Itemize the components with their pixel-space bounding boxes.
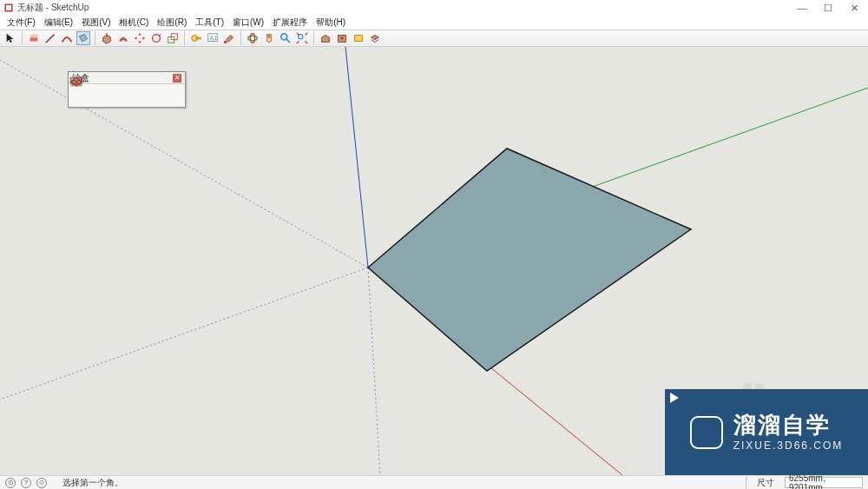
titlebar: 无标题 - SketchUp — ☐ ✕ [0,0,868,16]
sandbox-panel-title[interactable]: 沙盒 ✕ [69,72,185,84]
sandbox-drape[interactable] [147,87,164,104]
app-icon [3,3,14,13]
maximize-button[interactable]: ☐ [823,3,833,13]
zoomext-tool[interactable] [295,31,309,45]
sandbox-adddetail[interactable] [165,87,182,104]
menu-help[interactable]: 帮助(H) [312,17,349,29]
svg-point-11 [224,41,227,44]
menu-edit[interactable]: 编辑(E) [41,17,76,29]
layers-tool[interactable] [352,31,365,45]
dimension-value[interactable]: 6255mm, 9201mm [785,477,863,488]
menu-camera[interactable]: 相机(C) [115,17,152,29]
window-title: 无标题 - SketchUp [17,2,797,14]
menu-extensions[interactable]: 扩展程序 [269,17,311,29]
rectangle-face[interactable] [368,149,691,371]
svg-marker-25 [368,149,691,371]
main-toolbar: A1 [0,30,868,47]
tape-tool[interactable] [189,31,203,45]
svg-rect-8 [196,37,201,39]
sandbox-fromscratch[interactable] [90,87,108,104]
pushpull-tool[interactable] [100,31,114,45]
sandbox-panel-close[interactable]: ✕ [173,74,181,83]
watermark-line1: 溜溜自学 [733,413,844,438]
rotate-tool[interactable] [149,31,163,45]
offset-tool[interactable] [116,31,130,45]
eraser-tool[interactable] [27,31,41,45]
sandbox-smoove[interactable] [108,87,126,104]
text-tool[interactable]: A1 [206,31,220,45]
svg-line-19 [345,47,368,268]
minimize-button[interactable]: — [797,3,807,13]
watermark-line2: ZIXUE.3D66.COM [733,440,844,452]
watermark: 溜溜自学 ZIXUE.3D66.COM [665,389,868,475]
arc-tool[interactable] [60,31,74,45]
svg-rect-3 [30,35,38,38]
dimension-label: 尺寸 [757,477,774,489]
select-tool[interactable] [3,31,17,45]
outliner-tool[interactable] [368,31,382,45]
rectangle-tool[interactable] [76,31,90,45]
svg-line-22 [0,268,368,400]
geo-icon[interactable]: ⊙ [5,478,16,488]
menu-window[interactable]: 窗口(W) [229,17,267,29]
svg-point-14 [281,34,287,40]
close-button[interactable]: ✕ [849,3,859,13]
svg-point-12 [248,36,258,40]
sandbox-panel[interactable]: 沙盒 ✕ [68,71,186,108]
statusbar: ⊙ ? ☺ 选择第一个角。 尺寸 6255mm, 9201mm [0,475,868,489]
credits-icon[interactable]: ? [21,478,31,488]
status-hint: 选择第一个角。 [62,477,123,489]
menu-file[interactable]: 文件(F) [3,17,39,29]
viewport[interactable]: 沙盒 ✕ 溜溜自学 ZIXUE.3D66.COM [0,47,868,475]
move-tool[interactable] [133,31,147,45]
sandbox-fromcontours[interactable] [71,87,89,104]
menubar: 文件(F) 编辑(E) 视图(V) 相机(C) 绘图(R) 工具(T) 窗口(W… [0,16,868,30]
orbit-tool[interactable] [246,31,260,45]
extwarehouse-tool[interactable] [335,31,349,45]
menu-draw[interactable]: 绘图(R) [154,17,190,29]
paint-tool[interactable] [222,31,236,45]
zoom-tool[interactable] [279,31,293,45]
svg-point-4 [153,35,161,43]
watermark-play-icon [690,416,723,449]
svg-text:A1: A1 [210,35,218,41]
warehouse-tool[interactable] [319,31,332,45]
svg-point-13 [250,34,254,43]
scale-tool[interactable] [166,31,180,45]
line-tool[interactable] [43,31,57,45]
svg-rect-18 [355,36,363,42]
pan-tool[interactable] [262,31,276,45]
svg-rect-1 [6,5,11,10]
svg-rect-2 [30,37,38,41]
menu-tools[interactable]: 工具(T) [192,17,227,29]
svg-point-17 [340,36,344,40]
svg-line-20 [368,268,380,475]
menu-view[interactable]: 视图(V) [78,17,114,29]
user-icon[interactable]: ☺ [36,478,47,488]
sandbox-stamp[interactable] [128,87,145,104]
